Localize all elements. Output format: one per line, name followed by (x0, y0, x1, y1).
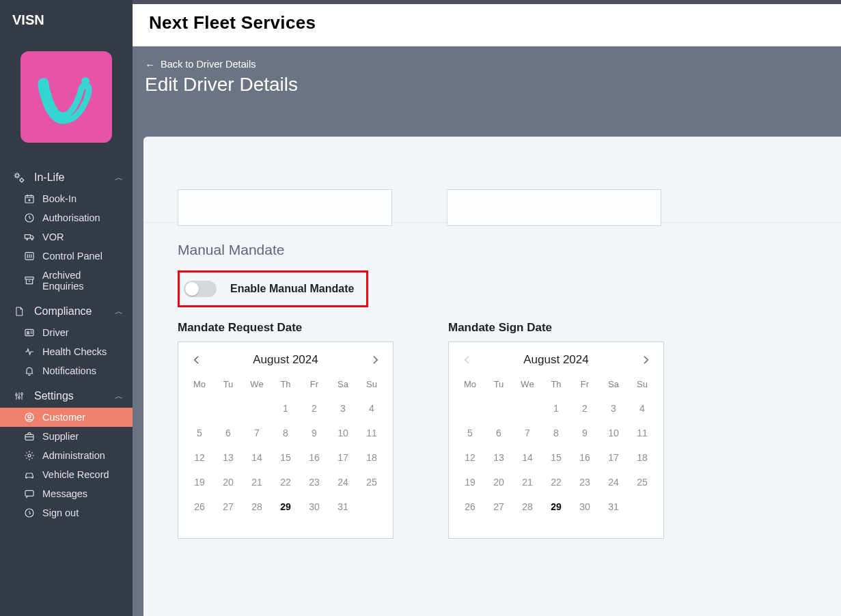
calendar-day[interactable]: 27 (214, 494, 243, 519)
enable-manual-mandate-toggle[interactable] (184, 281, 217, 297)
nav-item-notifications[interactable]: Notifications (0, 361, 133, 380)
sliders-vertical-icon (12, 390, 26, 402)
calendar-day[interactable]: 20 (484, 470, 513, 494)
nav-item-vehicle-record[interactable]: Vehicle Record (0, 465, 133, 484)
calendar-day[interactable]: 15 (271, 445, 300, 470)
calendar-day[interactable]: 1 (271, 396, 300, 421)
nav-item-messages[interactable]: Messages (0, 484, 133, 503)
calendar-day[interactable]: 17 (329, 445, 357, 470)
calendar-next-button[interactable] (367, 352, 383, 368)
calendar-day[interactable]: 8 (271, 421, 300, 445)
nav-item-administration[interactable]: Administration (0, 446, 133, 465)
calendar-day[interactable]: 14 (243, 445, 271, 470)
nav-item-label: Supplier (42, 431, 123, 442)
nav-item-label: Control Panel (42, 251, 123, 262)
calendar-day[interactable]: 28 (243, 494, 271, 519)
calendar-day[interactable]: 2 (300, 396, 329, 421)
nav-item-authorisation[interactable]: Authorisation (0, 208, 133, 227)
calendar-day[interactable]: 11 (357, 421, 386, 445)
calendar-day[interactable]: 23 (300, 470, 329, 494)
svg-point-6 (27, 238, 28, 240)
calendar-day[interactable]: 13 (214, 445, 243, 470)
calendar-day[interactable]: 14 (513, 445, 542, 470)
nav-item-control-panel[interactable]: Control Panel (0, 247, 133, 266)
calendar-grid: MoTuWeThFrSaSu 1234567891011121314151617… (456, 375, 657, 519)
car-icon (23, 469, 36, 480)
calendar-day[interactable]: 21 (513, 470, 542, 494)
calendar-day[interactable]: 6 (214, 421, 243, 445)
calendar-day[interactable]: 7 (243, 421, 271, 445)
calendar-day[interactable]: 18 (628, 445, 657, 470)
text-input[interactable] (178, 189, 392, 226)
calendar-day[interactable]: 9 (570, 421, 599, 445)
calendar-day[interactable]: 22 (542, 470, 570, 494)
calendar-day[interactable]: 20 (214, 470, 243, 494)
calendar-day[interactable]: 18 (357, 445, 386, 470)
calendar-weekday: We (243, 375, 271, 396)
calendar-day[interactable]: 29 (271, 494, 300, 519)
nav-item-archived-enquiries[interactable]: Archived Enquiries (0, 266, 133, 296)
calendar-day[interactable]: 24 (599, 470, 628, 494)
calendar-day[interactable]: 5 (456, 421, 484, 445)
nav-item-health-checks[interactable]: Health Checks (0, 342, 133, 361)
nav-item-vor[interactable]: VOR (0, 227, 133, 247)
calendar-day[interactable]: 17 (599, 445, 628, 470)
calendar-day[interactable]: 7 (513, 421, 542, 445)
calendar-day[interactable]: 26 (456, 494, 484, 519)
calendar-day[interactable]: 5 (185, 421, 214, 445)
calendar-day[interactable]: 19 (185, 470, 214, 494)
calendar-day[interactable]: 30 (570, 494, 599, 519)
calendar-day[interactable]: 3 (329, 396, 357, 421)
calendar-day[interactable]: 22 (271, 470, 300, 494)
calendar-day[interactable]: 27 (484, 494, 513, 519)
calendar-day[interactable]: 31 (329, 494, 357, 519)
gears-icon (12, 171, 26, 184)
calendar-weekday: Su (357, 375, 386, 396)
mandate-request-date-block: Mandate Request Date August 2024 MoTuWeT… (178, 321, 394, 539)
calendar-day[interactable]: 12 (185, 445, 214, 470)
calendar-prev-button[interactable] (188, 352, 204, 368)
calendar-day[interactable]: 21 (243, 470, 271, 494)
calendar-day[interactable]: 13 (484, 445, 513, 470)
calendar-day[interactable]: 24 (329, 470, 357, 494)
text-input[interactable] (447, 189, 661, 226)
calendar-day[interactable]: 10 (329, 421, 357, 445)
nav-section-in-life[interactable]: In-Life ︿ (0, 166, 133, 189)
calendar-next-button[interactable] (637, 352, 654, 368)
calendar-day[interactable]: 30 (300, 494, 329, 519)
calendar-day[interactable]: 12 (456, 445, 484, 470)
calendar-day[interactable]: 15 (542, 445, 570, 470)
calendar-day[interactable]: 16 (300, 445, 329, 470)
chevron-up-icon: ︿ (115, 306, 123, 318)
calendar-day[interactable]: 25 (628, 470, 657, 494)
calendar-day[interactable]: 31 (599, 494, 628, 519)
calendar-day[interactable]: 6 (484, 421, 513, 445)
calendar-day[interactable]: 4 (628, 396, 657, 421)
nav-section-compliance[interactable]: Compliance ︿ (0, 300, 133, 323)
nav-item-sign-out[interactable]: Sign out (0, 503, 133, 522)
nav-item-book-in[interactable]: Book-In (0, 189, 133, 208)
back-to-driver-details-link[interactable]: ← Back to Driver Details (145, 59, 841, 70)
calendar-day[interactable]: 4 (357, 396, 386, 421)
calendar-day[interactable]: 10 (599, 421, 628, 445)
calendar-day[interactable]: 29 (542, 494, 570, 519)
calendar-day[interactable]: 8 (542, 421, 570, 445)
nav-item-customer[interactable]: Customer (0, 408, 133, 427)
calendar-day[interactable]: 28 (513, 494, 542, 519)
calendar-day[interactable]: 1 (542, 396, 570, 421)
calendar-day[interactable]: 3 (599, 396, 628, 421)
calendar-day[interactable]: 19 (456, 470, 484, 494)
prev-section-inputs (143, 137, 841, 195)
calendar-day[interactable]: 2 (570, 396, 599, 421)
calendar-day[interactable]: 11 (628, 421, 657, 445)
nav-item-supplier[interactable]: Supplier (0, 427, 133, 446)
calendar-day[interactable]: 23 (570, 470, 599, 494)
calendar-empty-cell (185, 396, 214, 421)
nav-section-settings[interactable]: Settings ︿ (0, 384, 133, 408)
calendar-day[interactable]: 25 (357, 470, 386, 494)
calendar-day[interactable]: 26 (185, 494, 214, 519)
calendar-weekday: Th (271, 375, 300, 396)
nav-item-driver[interactable]: Driver (0, 323, 133, 342)
calendar-day[interactable]: 16 (570, 445, 599, 470)
calendar-day[interactable]: 9 (300, 421, 329, 445)
